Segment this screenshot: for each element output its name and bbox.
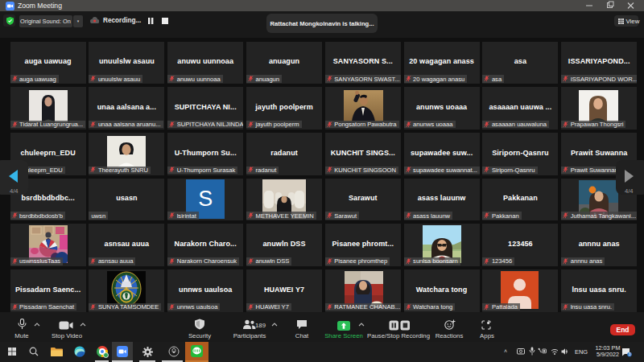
svg-text:3: 3: [629, 352, 631, 356]
